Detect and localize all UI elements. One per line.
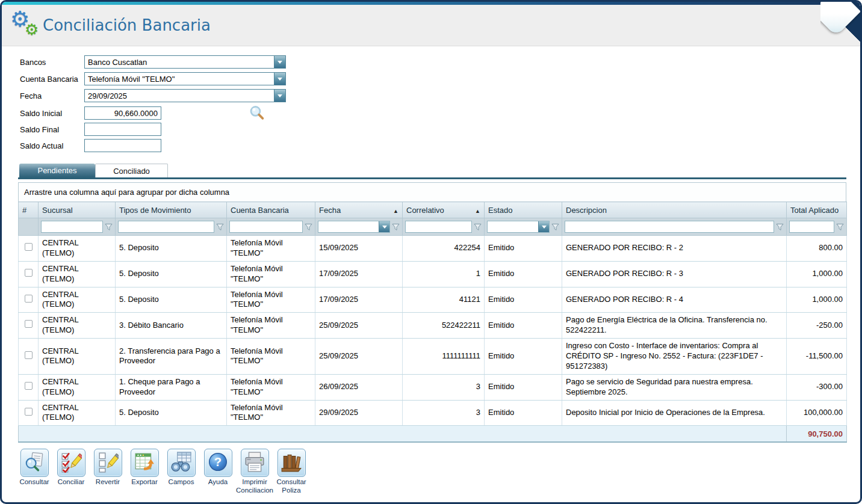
saldo-actual-input[interactable] <box>84 139 161 152</box>
gear-green-icon: ⚙ <box>25 22 39 37</box>
cell-descripcion: Deposito Inicial por Inicio de Operacion… <box>562 400 787 426</box>
cell-tipos-movimiento: 5. Deposito <box>116 287 227 313</box>
row-checkbox[interactable] <box>25 269 33 277</box>
filter-funnel-icon[interactable] <box>216 223 224 231</box>
filter-funnel-icon[interactable] <box>551 223 559 231</box>
tab-conciliado[interactable]: Conciliado <box>95 164 168 177</box>
imprimir-conciliacion-button[interactable]: Imprimir Conciliacion <box>238 449 271 494</box>
descripcion-filter-input[interactable] <box>565 221 774 233</box>
revertir-button[interactable]: Revertir <box>91 449 124 494</box>
binoculars-icon <box>170 451 192 475</box>
col-header-fecha[interactable]: Fecha▲ <box>315 202 403 218</box>
group-by-panel[interactable]: Arrastre una columna aquí para agrupar p… <box>18 182 846 202</box>
filter-funnel-icon[interactable] <box>392 223 400 231</box>
estado-filter-dropdown[interactable] <box>487 221 550 233</box>
cell-correlativo: 1 <box>403 261 485 287</box>
saldo-actual-label: Saldo Actual <box>20 141 84 150</box>
fecha-dropdown-button[interactable] <box>274 90 285 102</box>
header-row: # Sucursal Tipos de Movimiento Cuenta Ba… <box>19 202 847 218</box>
col-header-tipos-movimiento[interactable]: Tipos de Movimiento <box>116 202 227 218</box>
col-header-estado[interactable]: Estado <box>485 202 562 218</box>
row-checkbox[interactable] <box>25 320 33 328</box>
correlativo-filter-input[interactable] <box>405 221 472 233</box>
filter-funnel-icon[interactable] <box>474 223 482 231</box>
fecha-dropdown[interactable]: 29/09/2025 <box>84 89 286 102</box>
fecha-filter-dropdown[interactable] <box>318 221 390 233</box>
col-header-descripcion[interactable]: Descripcion <box>562 202 787 218</box>
page-title: Conciliación Bancaria <box>43 5 211 46</box>
exportar-button[interactable]: Exportar <box>128 449 161 494</box>
cuenta-dropdown-button[interactable] <box>274 73 285 85</box>
cell-cuenta-bancaria: Telefonía Móvil "TELMO" <box>227 374 315 400</box>
col-header-num[interactable]: # <box>19 202 39 218</box>
table-row[interactable]: CENTRAL (TELMO) 3. Débito Bancario Telef… <box>19 313 847 339</box>
consultar-button[interactable]: Consultar <box>18 449 51 494</box>
cell-total-aplicado: 100,000.00 <box>787 400 847 426</box>
bancos-dropdown[interactable]: Banco Cuscatlan <box>84 55 286 69</box>
table-row[interactable]: CENTRAL (TELMO) 1. Cheque para Pago a Pr… <box>19 374 847 400</box>
tipos-filter-input[interactable] <box>118 221 214 233</box>
filter-cell-cuenta <box>227 218 315 236</box>
filter-funnel-icon[interactable] <box>836 223 844 231</box>
row-checkbox[interactable] <box>25 408 33 416</box>
chevron-down-icon <box>542 226 547 231</box>
cell-correlativo: 522422211 <box>403 313 485 339</box>
cell-descripcion: Pago de Energía Eléctrica de la Oficina.… <box>562 313 787 339</box>
saldo-inicial-input[interactable] <box>84 106 161 120</box>
ayuda-button[interactable]: ? Ayuda <box>202 449 234 494</box>
filter-cell-total <box>787 218 847 236</box>
bancos-dropdown-button[interactable] <box>274 56 285 68</box>
table-row[interactable]: CENTRAL (TELMO) 5. Deposito Telefonía Mó… <box>19 287 847 313</box>
row-checkbox[interactable] <box>25 351 33 359</box>
total-filter-input[interactable] <box>789 221 834 233</box>
chevron-down-icon <box>278 61 282 66</box>
cell-correlativo: 3 <box>403 374 485 400</box>
table-row[interactable]: CENTRAL (TELMO) 5. Deposito Telefonía Mó… <box>19 400 847 426</box>
filter-cell-descripcion <box>562 218 787 236</box>
cuenta-filter-input[interactable] <box>229 221 303 233</box>
filter-funnel-icon[interactable] <box>305 223 312 231</box>
row-checkbox[interactable] <box>25 243 33 251</box>
bancos-label: Bancos <box>20 58 84 67</box>
magnifier-lookup-icon[interactable] <box>249 105 265 121</box>
row-checkbox[interactable] <box>25 295 33 303</box>
cell-sucursal: CENTRAL (TELMO) <box>39 287 116 313</box>
cuenta-bancaria-label: Cuenta Bancaria <box>20 75 84 84</box>
conciliar-button[interactable]: Conciliar <box>55 449 87 494</box>
bancos-value: Banco Cuscatlan <box>85 56 274 68</box>
tab-pendientes[interactable]: Pendientes <box>19 164 95 177</box>
col-header-total-aplicado[interactable]: Total Aplicado <box>787 202 847 218</box>
filter-funnel-icon[interactable] <box>776 223 784 231</box>
grid-area: Arrastre una columna aquí para agrupar p… <box>18 182 846 443</box>
form-row-cuenta: Cuenta Bancaria Telefonía Móvil "TELMO" <box>20 72 286 85</box>
cell-sucursal: CENTRAL (TELMO) <box>39 236 116 262</box>
table-row[interactable]: CENTRAL (TELMO) 5. Deposito Telefonía Mó… <box>19 236 847 262</box>
fecha-filter-dropdown-button[interactable] <box>379 221 389 232</box>
cell-tipos-movimiento: 5. Deposito <box>116 236 227 262</box>
filter-funnel-icon[interactable] <box>105 223 113 231</box>
app-window: ⚙ ⚙ Conciliación Bancaria Bancos Banco C… <box>0 0 862 504</box>
sucursal-filter-input[interactable] <box>41 221 103 233</box>
table-row[interactable]: CENTRAL (TELMO) 5. Deposito Telefonía Mó… <box>19 261 847 287</box>
cell-estado: Emitido <box>485 261 562 287</box>
col-header-sucursal[interactable]: Sucursal <box>39 202 116 218</box>
cell-cuenta-bancaria: Telefonía Móvil "TELMO" <box>227 287 315 313</box>
cell-total-aplicado: -250.00 <box>787 313 847 339</box>
cell-total-aplicado: -300.00 <box>787 374 847 400</box>
cuenta-bancaria-value: Telefonía Móvil "TELMO" <box>85 73 274 85</box>
cell-correlativo: 3 <box>403 400 485 426</box>
search-document-icon <box>23 451 45 475</box>
col-header-cuenta-bancaria[interactable]: Cuenta Bancaria <box>227 202 315 218</box>
estado-filter-dropdown-button[interactable] <box>538 221 549 232</box>
row-checkbox[interactable] <box>25 382 33 390</box>
filter-row <box>19 218 847 236</box>
svg-text:?: ? <box>214 455 222 469</box>
consultar-poliza-button[interactable]: Consultar Poliza <box>275 449 308 494</box>
cell-descripcion: Ingreso con Costo - Interface de inventa… <box>562 339 787 375</box>
table-row[interactable]: CENTRAL (TELMO) 2. Transferencia para Pa… <box>19 339 847 375</box>
footer-total-aplicado: 90,750.00 <box>787 426 847 442</box>
col-header-correlativo[interactable]: Correlativo▲ <box>403 202 485 218</box>
saldo-final-input[interactable] <box>84 123 161 136</box>
cuenta-bancaria-dropdown[interactable]: Telefonía Móvil "TELMO" <box>84 72 286 85</box>
campos-button[interactable]: Campos <box>165 449 197 494</box>
